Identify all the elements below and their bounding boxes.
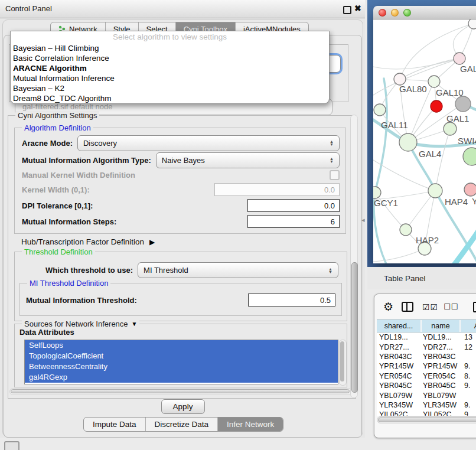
attribute-item-selected[interactable]: SelfLoops <box>25 340 338 351</box>
scrollbar-thumb[interactable] <box>351 262 358 393</box>
network-node[interactable] <box>444 122 457 135</box>
table-horizontal-scrollbar[interactable] <box>377 416 476 423</box>
select-all-checkboxes-icon[interactable]: ☑☑ <box>422 302 438 312</box>
mi-steps-input[interactable]: 6 <box>247 215 340 228</box>
algorithm-option[interactable]: Bayesian – Hill Climbing <box>11 43 329 53</box>
tab-impute-data[interactable]: Impute Data <box>84 418 145 431</box>
tab-discretize-label: Discretize Data <box>155 420 209 429</box>
network-node-label: GAL11 <box>381 120 408 130</box>
network-node[interactable] <box>400 224 412 236</box>
split-columns-icon[interactable] <box>402 302 413 312</box>
table-cell: YDL19... <box>377 333 420 341</box>
table-cell: 9. <box>459 381 476 390</box>
minimized-window-icon[interactable] <box>4 441 19 450</box>
threshold-definition-group: Threshold Definition Which threshold to … <box>14 252 347 321</box>
table-row[interactable]: YBL079WYBL079W <box>377 390 476 400</box>
network-node[interactable] <box>468 19 476 29</box>
attribute-item-selected[interactable]: gal4RGexp <box>25 372 338 383</box>
which-threshold-combobox[interactable]: MI Threshold ▲▼ <box>138 262 338 278</box>
settings-vertical-scrollbar[interactable] <box>350 115 358 398</box>
table-row[interactable]: YDL19...YDL19...13 <box>377 332 476 342</box>
scrollbar-thumb[interactable] <box>11 389 350 393</box>
mi-threshold-input[interactable]: 0.5 <box>248 294 335 306</box>
tab-discretize-data[interactable]: Discretize Data <box>145 418 218 431</box>
table-row[interactable]: YBR043CYBR043C <box>377 352 476 361</box>
algorithm-option[interactable]: ARACNE Algorithm <box>11 63 329 73</box>
network-edge <box>435 129 450 191</box>
network-node[interactable] <box>431 100 442 112</box>
column-header-partial[interactable]: A <box>459 320 476 332</box>
algorithm-option[interactable]: Mutual Information Inference <box>11 73 329 83</box>
combo-stepper-icon: ▲▼ <box>328 268 332 273</box>
network-node-label: GAL10 <box>436 87 464 97</box>
settings-horizontal-scrollbar[interactable] <box>9 388 353 395</box>
deselect-all-checkboxes-icon[interactable]: ☐☐ <box>444 302 458 311</box>
control-panel-window: Control Panel ✖ Network Style Select Cyn… <box>0 0 365 438</box>
sources-group: Sources for Network Inference ▼ Data Att… <box>14 324 347 387</box>
apply-button[interactable]: Apply <box>161 399 205 414</box>
table-cell: YIL052C <box>377 410 420 416</box>
scrollbar-thumb[interactable] <box>340 341 344 381</box>
attribute-item-selected[interactable]: TopologicalCoefficient <box>25 351 338 361</box>
cyni-mode-tabs: Impute Data Discretize Data Infer Networ… <box>83 417 283 432</box>
algorithm-option[interactable]: Basic Correlation Inference <box>11 53 329 63</box>
float-window-icon[interactable] <box>343 6 351 14</box>
table-cell: 9. <box>459 401 476 409</box>
network-node[interactable] <box>454 53 465 64</box>
network-node[interactable] <box>399 133 417 151</box>
table-row[interactable]: YBR045CYBR045C9. <box>377 381 476 390</box>
table-cell: YDR27... <box>420 343 459 351</box>
mi-type-label: Mutual Information Algorithm Type: <box>22 156 151 165</box>
which-threshold-value: MI Threshold <box>144 266 188 275</box>
minimize-traffic-light-icon[interactable] <box>391 9 399 17</box>
mi-type-combobox[interactable]: Naive Bayes ▲▼ <box>156 152 340 168</box>
attribute-list-scrollbar[interactable] <box>339 340 347 386</box>
column-header-shared-name[interactable]: shared... <box>377 320 420 332</box>
network-node[interactable] <box>455 96 471 112</box>
algorithm-option[interactable]: Bayesian – K2 <box>11 83 329 93</box>
table-cell: YBR045C <box>420 381 459 390</box>
screen: { "window": { "title": "Control Panel" }… <box>0 0 476 450</box>
network-node[interactable] <box>428 184 442 198</box>
network-node-label: GAL80 <box>399 84 427 94</box>
algorithm-option[interactable]: Dream8 DC_TDC Algorithm <box>11 93 329 103</box>
network-node[interactable] <box>373 187 381 198</box>
zoom-traffic-light-icon[interactable] <box>403 9 411 17</box>
table-row[interactable]: YLR345WYLR345W9. <box>377 400 476 410</box>
network-node-label: SWI4 <box>458 136 476 146</box>
dpi-tolerance-input[interactable]: 0.0 <box>247 199 340 212</box>
scrollbar-thumb[interactable] <box>378 418 476 422</box>
aracne-mode-combobox[interactable]: Discovery ▲▼ <box>77 135 340 151</box>
table-row[interactable]: YIL052CYIL052C9 <box>377 410 476 416</box>
table-cell: YLR345W <box>377 401 420 409</box>
network-node[interactable] <box>463 148 476 165</box>
data-attributes-list[interactable]: SelfLoopsTopologicalCoefficientBetweenne… <box>24 340 338 384</box>
sources-group-title[interactable]: Sources for Network Inference ▼ <box>22 319 139 328</box>
combo-stepper-icon: ▲▼ <box>330 157 334 163</box>
hub-definition-expander[interactable]: Hub/Transcription Factor Definition ▶ <box>21 237 155 246</box>
algorithm-definition-group: Algorithm Definition Aracne Mode: Discov… <box>14 128 346 234</box>
table-toolbar: ⚙ ☑☑ ☐☐ <box>374 294 476 319</box>
gear-icon[interactable]: ⚙ <box>383 301 393 312</box>
network-canvas[interactable]: GALGAL80GAL10GAL1GAL11SWI4GAL4GCY1HAP4YH… <box>373 19 476 263</box>
table-row[interactable]: YDR27...YDR27...12 <box>377 342 476 351</box>
settings-group-title: Cyni Algorithm Settings <box>15 111 99 120</box>
algorithm-definition-title: Algorithm Definition <box>22 123 93 132</box>
algorithm-option-list: Bayesian – Hill ClimbingBasic Correlatio… <box>11 43 329 103</box>
table-cell: YPR145W <box>420 362 459 370</box>
new-column-icon[interactable] <box>473 302 476 312</box>
table-row[interactable]: YPR145WYPR145W9. <box>377 361 476 371</box>
network-node[interactable] <box>428 76 440 87</box>
column-header-name[interactable]: name <box>420 320 459 332</box>
table-row[interactable]: YER054CYER054C8. <box>377 371 476 381</box>
panel-divider-handle[interactable]: ◂ <box>361 216 365 224</box>
close-icon[interactable]: ✖ <box>354 4 361 13</box>
table-panel-title: Table Panel <box>384 274 426 283</box>
table-panel-titlebar: Table Panel <box>367 267 476 289</box>
network-node[interactable] <box>394 73 406 85</box>
attribute-item-selected[interactable]: BetweennessCentrality <box>25 361 338 372</box>
close-traffic-light-icon[interactable] <box>379 9 386 17</box>
network-node[interactable] <box>464 183 476 196</box>
tab-infer-network[interactable]: Infer Network <box>217 418 283 431</box>
network-node[interactable] <box>374 104 386 116</box>
